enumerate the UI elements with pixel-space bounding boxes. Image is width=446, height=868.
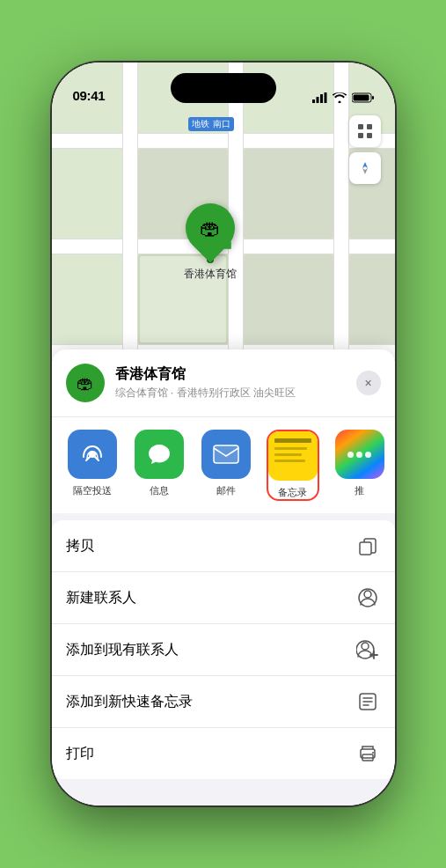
messages-icon-wrap xyxy=(135,430,184,479)
share-item-messages[interactable]: 信息 xyxy=(133,430,186,497)
venue-icon: 🏟 xyxy=(77,373,94,394)
location-name: 香港体育馆 xyxy=(115,365,346,384)
svg-point-20 xyxy=(362,643,369,650)
airdrop-icon-wrap xyxy=(68,430,117,479)
airdrop-icon xyxy=(79,441,106,467)
location-info: 香港体育馆 综合体育馆 · 香港特别行政区 油尖旺区 xyxy=(115,365,346,401)
more-label: 推 xyxy=(355,484,364,497)
more-icon-wrap xyxy=(335,430,384,479)
svg-rect-14 xyxy=(214,445,238,463)
location-subtitle: 综合体育馆 · 香港特别行政区 油尖旺区 xyxy=(115,386,346,401)
quick-note-icon xyxy=(355,688,381,715)
messages-icon xyxy=(146,442,172,467)
status-time: 09:41 xyxy=(73,88,106,103)
share-item-notes[interactable]: 备忘录 xyxy=(267,430,319,501)
close-button[interactable]: × xyxy=(356,371,381,395)
map-label-badge: 地铁 南口 xyxy=(188,117,235,131)
mail-label: 邮件 xyxy=(216,484,236,497)
share-item-airdrop[interactable]: 隔空投送 xyxy=(66,430,119,497)
svg-point-30 xyxy=(372,752,374,754)
svg-rect-7 xyxy=(358,124,363,129)
share-row: 隔空投送 信息 xyxy=(52,417,395,520)
action-new-contact-label: 新建联系人 xyxy=(66,589,136,607)
action-new-contact[interactable]: 新建联系人 xyxy=(52,572,395,624)
marker-pin: 🏟 xyxy=(175,193,245,262)
stadium-icon: 🏟 xyxy=(200,216,221,240)
svg-rect-5 xyxy=(372,96,374,99)
actions-list: 拷贝 新建联系人 xyxy=(52,520,395,779)
svg-point-18 xyxy=(364,591,371,598)
map-view-button[interactable] xyxy=(349,115,381,147)
svg-rect-10 xyxy=(367,133,372,138)
battery-icon xyxy=(352,92,374,103)
svg-rect-9 xyxy=(358,133,363,138)
phone-frame: 09:41 xyxy=(52,63,395,805)
notes-label: 备忘录 xyxy=(278,486,307,499)
subway-icon: 地铁 xyxy=(192,119,209,129)
action-add-existing[interactable]: 添加到现有联系人 xyxy=(52,624,395,676)
compass-icon xyxy=(357,160,373,176)
action-print[interactable]: 打印 xyxy=(52,728,395,779)
mail-icon-wrap xyxy=(201,430,251,479)
marker-label: 香港体育馆 xyxy=(184,267,237,282)
svg-rect-0 xyxy=(312,99,315,103)
signal-icon xyxy=(312,92,327,103)
svg-rect-1 xyxy=(316,97,318,103)
bottom-sheet: 🏟 香港体育馆 综合体育馆 · 香港特别行政区 油尖旺区 × xyxy=(52,349,395,805)
action-add-existing-label: 添加到现有联系人 xyxy=(66,641,179,659)
notes-icon-wrap xyxy=(268,431,318,481)
action-quick-note[interactable]: 添加到新快速备忘录 xyxy=(52,676,395,728)
map-controls xyxy=(349,115,381,184)
new-contact-icon xyxy=(355,585,381,611)
mail-icon xyxy=(212,444,240,465)
svg-rect-2 xyxy=(320,94,323,103)
svg-marker-12 xyxy=(362,168,368,174)
map-label: 地铁 南口 xyxy=(188,117,235,131)
stadium-marker[interactable]: 🏟 香港体育馆 xyxy=(184,203,237,282)
share-item-more[interactable]: 推 xyxy=(333,430,386,497)
airdrop-label: 隔空投送 xyxy=(73,484,112,497)
action-copy[interactable]: 拷贝 xyxy=(52,520,395,572)
action-copy-label: 拷贝 xyxy=(66,537,94,555)
print-icon xyxy=(355,740,381,767)
svg-rect-17 xyxy=(360,542,371,555)
phone-screen: 09:41 xyxy=(52,63,395,805)
svg-rect-8 xyxy=(367,124,372,129)
wifi-icon xyxy=(333,92,347,103)
status-icons xyxy=(312,92,374,103)
action-print-label: 打印 xyxy=(66,745,94,763)
svg-marker-11 xyxy=(362,162,368,168)
action-quick-note-label: 添加到新快速备忘录 xyxy=(66,693,193,711)
map-icon xyxy=(356,122,374,140)
svg-rect-3 xyxy=(324,92,326,103)
copy-icon xyxy=(355,533,381,559)
messages-label: 信息 xyxy=(150,484,169,497)
svg-rect-6 xyxy=(353,95,369,101)
dynamic-island xyxy=(171,73,276,103)
location-icon: 🏟 xyxy=(66,364,105,402)
location-header: 🏟 香港体育馆 综合体育馆 · 香港特别行政区 油尖旺区 × xyxy=(52,349,395,417)
location-button[interactable] xyxy=(349,152,381,184)
add-contact-icon xyxy=(355,636,381,663)
share-item-mail[interactable]: 邮件 xyxy=(200,430,252,497)
